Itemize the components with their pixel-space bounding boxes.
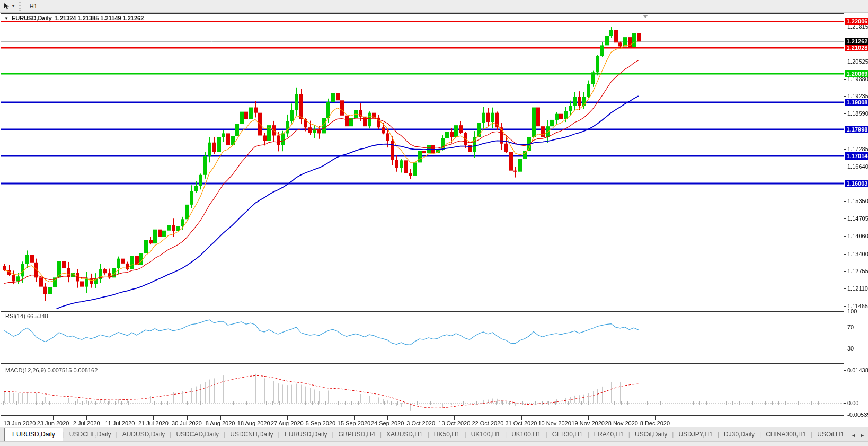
chart-title: ▼ EURUSD,Daily 1.21324 1.21385 1.21149 1… — [4, 15, 144, 21]
rsi-axis-tick: 30 — [847, 345, 868, 352]
chart-ohlc-values: 1.21324 1.21385 1.21149 1.21262 — [55, 15, 144, 21]
collapse-triangle-icon[interactable]: ▼ — [4, 16, 8, 21]
chart-tab-uk100-h1[interactable]: UK100,H1 — [507, 428, 545, 441]
cursor-tool-button[interactable]: ▾ — [0, 1, 16, 12]
price-axis-tick: 1.14705 — [847, 215, 868, 222]
chart-tab-bar: EURUSD,Daily|USDCHF,Daily|AUDUSD,Daily|U… — [0, 427, 868, 441]
chart-tab-gbpusd-h4[interactable]: GBPUSD,H4 — [334, 428, 380, 441]
dropdown-caret-icon: ▾ — [12, 4, 14, 8]
macd-axis-tick: 0.014384 — [847, 367, 868, 373]
chart-tab-ger30-h1[interactable]: GER30,H1 — [547, 428, 588, 441]
chart-tab-china300-h1[interactable]: CHINA300,H1 — [761, 428, 811, 441]
price-axis-tick: 1.12755 — [847, 268, 868, 274]
chart-tab-usoil-h1[interactable]: USOil,H1 — [812, 428, 848, 441]
rsi-label: RSI(14) 66.5348 — [5, 313, 48, 319]
chart-window: ▼ EURUSD,Daily 1.21324 1.21385 1.21149 1… — [0, 13, 868, 427]
chart-tab-xauusd-h1[interactable]: XAUUSD,H1 — [382, 428, 428, 441]
chart-tab-usdcad-daily[interactable]: USDCAD,Daily — [171, 428, 224, 441]
price-chart-canvas[interactable] — [0, 13, 868, 427]
chart-tab-dj30-daily[interactable]: DJ30,Daily — [719, 428, 759, 441]
chart-tab-usoil-daily[interactable]: USOil,Daily — [630, 428, 672, 441]
price-axis-tick: 1.17285 — [847, 146, 868, 152]
chart-tab-uk100-h1[interactable]: UK100,H1 — [466, 428, 505, 441]
macd-axis-tick: -0.005396 — [847, 412, 868, 418]
chart-tab-usdjpy-h1[interactable]: USDJPY,H1 — [674, 428, 717, 441]
chart-tab-hk50-h1[interactable]: HK50,H1 — [429, 428, 465, 441]
timeframe-button-h1[interactable]: H1 — [25, 1, 41, 12]
tab-scroll-right-icon[interactable]: ► — [860, 433, 865, 438]
rsi-axis-tick: 100 — [847, 308, 868, 314]
rsi-axis-tick: 70 — [847, 324, 868, 330]
price-axis-tick: 1.18590 — [847, 110, 868, 117]
level-price-badge[interactable]: 1.16003 — [845, 180, 868, 187]
level-price-badge[interactable]: 1.22006 — [845, 18, 868, 25]
chart-tab-fra40-h1[interactable]: FRA40,H1 — [589, 428, 628, 441]
level-price-badge[interactable]: 1.17014 — [845, 152, 868, 160]
price-axis-tick: 1.15350 — [847, 198, 868, 204]
tab-scroll-left-icon[interactable]: ◄ — [851, 433, 856, 438]
macd-axis-tick: 0.00 — [847, 400, 868, 406]
cursor-arrow-icon — [3, 3, 11, 10]
status-strip — [0, 441, 868, 446]
level-price-badge[interactable]: 1.21028 — [845, 44, 868, 51]
level-price-badge[interactable]: 1.19008 — [845, 99, 868, 106]
price-axis-tick: 1.20525 — [847, 58, 868, 65]
toolbar: ▾ M1M5M15M30H1H4D1W1MN — [0, 0, 868, 13]
chart-tab-eurusd-daily[interactable]: EURUSD,Daily — [280, 428, 332, 441]
chart-tabs: EURUSD,Daily|USDCHF,Daily|AUDUSD,Daily|U… — [0, 427, 848, 441]
date-axis-label: 8 Dec 2020 — [633, 420, 677, 426]
level-price-badge[interactable]: 1.17998 — [845, 126, 868, 133]
chart-tab-usdcnh-daily[interactable]: USDCNH,Daily — [225, 428, 278, 441]
chart-tab-eurusd-daily[interactable]: EURUSD,Daily — [4, 428, 63, 441]
level-price-badge[interactable]: 1.20069 — [845, 70, 868, 77]
current-price-badge: 1.21262 — [845, 38, 868, 45]
price-axis-tick: 1.13400 — [847, 251, 868, 257]
macd-label: MACD(12,26,9) 0.007515 0.008162 — [5, 367, 98, 373]
chart-tab-audusd-daily[interactable]: AUDUSD,Daily — [118, 428, 170, 441]
toolbar-grip[interactable] — [19, 2, 21, 11]
chart-symbol-label: EURUSD,Daily — [12, 15, 52, 21]
price-axis-tick: 1.16640 — [847, 163, 868, 170]
price-axis-tick: 1.14060 — [847, 233, 868, 239]
chart-tab-usdchf-daily[interactable]: USDCHF,Daily — [65, 428, 116, 441]
price-axis-tick: 1.12110 — [847, 285, 868, 292]
